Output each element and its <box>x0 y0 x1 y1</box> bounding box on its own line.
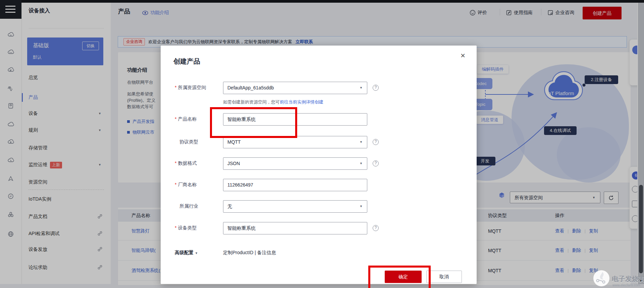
required-asterisk: * <box>175 182 176 187</box>
industry-select[interactable]: 无▼ <box>223 200 367 213</box>
device-type-input[interactable]: 智能称重系统 <box>223 222 367 234</box>
watermark-site: www.elecfans.com <box>612 283 640 287</box>
advanced-config-summary: 定制ProductID | 备注信息 <box>223 250 276 256</box>
required-asterisk: * <box>175 225 176 230</box>
help-icon[interactable]: ? <box>373 225 379 231</box>
elecfans-watermark: 电子发烧友 www.elecfans.com <box>593 270 610 287</box>
modal-title: 创建产品 <box>173 57 200 66</box>
manufacturer-input[interactable]: 1126626497 <box>223 179 367 191</box>
close-icon[interactable]: × <box>461 52 465 60</box>
annotation-box-confirm <box>368 266 431 288</box>
field-label: 厂商名称 <box>178 182 197 187</box>
chevron-down-icon: ▼ <box>360 201 363 212</box>
form-row-industry: 所属行业 无▼ <box>161 200 477 213</box>
help-icon[interactable]: ? <box>373 139 379 145</box>
help-icon[interactable]: ? <box>373 85 379 91</box>
field-label: 数据格式 <box>178 160 197 166</box>
required-asterisk: * <box>175 85 176 90</box>
required-asterisk: * <box>175 160 176 166</box>
form-row-device-type: *设备类型 智能称重系统 ? <box>161 222 477 234</box>
annotation-box-product-name <box>210 107 297 138</box>
chevron-down-icon: ▼ <box>195 251 198 255</box>
chevron-down-icon: ▼ <box>360 136 363 148</box>
form-row-manufacturer: *厂商名称 1126626497 <box>161 179 477 191</box>
watermark-brand: 电子发烧友 <box>612 275 644 284</box>
field-label: 所属行业 <box>179 203 198 209</box>
elecfans-logo-icon <box>593 270 610 287</box>
resource-space-select[interactable]: DefaultApp_61a5sddb▼ <box>223 82 367 94</box>
form-row-product-name: *产品名称 智能称重系统 <box>161 113 477 126</box>
iot-console-page: IP 设备接入 基础版 切换 默认 总览 产品 设备 ▼ 规则 ▼ 存储管理 监… <box>0 0 644 288</box>
instance-detail-link[interactable]: 前往当前实例详情创建 <box>280 99 323 104</box>
field-label: 协议类型 <box>179 139 198 144</box>
chevron-down-icon: ▼ <box>360 158 363 169</box>
form-row-resource-space: *所属资源空间 DefaultApp_61a5sddb▼ ? <box>161 82 477 94</box>
field-label: 设备类型 <box>178 225 197 230</box>
cancel-button[interactable]: 取消 <box>426 271 462 283</box>
resource-space-helper: 如需创建新的资源空间，您可前往当前实例详情创建 <box>223 99 323 105</box>
form-row-data-format: *数据格式 JSON▼ ? <box>161 157 477 170</box>
advanced-config-toggle[interactable]: 高级配置 ▼ <box>175 250 198 256</box>
help-icon[interactable]: ? <box>373 160 379 166</box>
data-format-select[interactable]: JSON▼ <box>223 157 367 170</box>
field-label: 产品名称 <box>178 116 197 122</box>
form-row-protocol: 协议类型 MQTT▼ ? <box>161 136 477 148</box>
field-label: 所属资源空间 <box>178 85 206 90</box>
required-asterisk: * <box>175 116 176 122</box>
chevron-down-icon: ▼ <box>360 82 363 94</box>
create-product-modal: × 创建产品 *所属资源空间 DefaultApp_61a5sddb▼ ? 如需… <box>161 46 477 284</box>
